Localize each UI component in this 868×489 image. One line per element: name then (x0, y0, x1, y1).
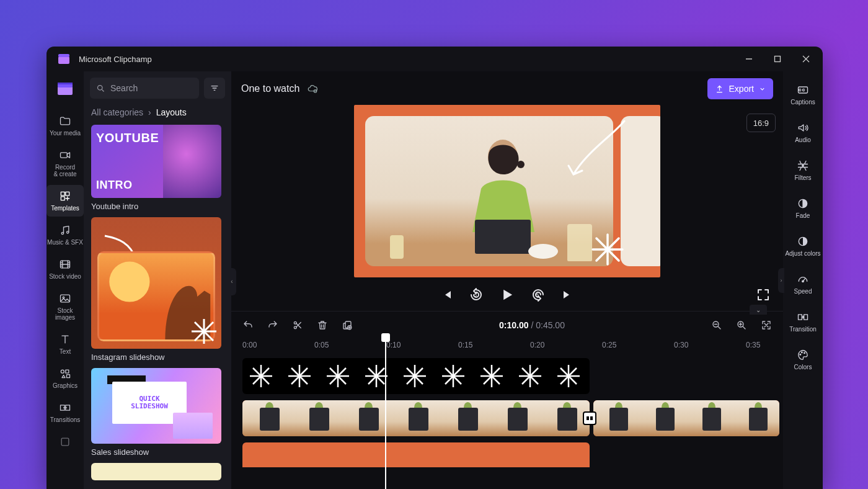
prop-label: Adjust colors (785, 250, 820, 257)
nav-label: Your media (50, 130, 81, 137)
skip-end-button[interactable] (560, 287, 575, 302)
image-icon (59, 292, 71, 305)
export-label: Export (729, 84, 754, 94)
expand-properties-button[interactable]: › (778, 268, 784, 293)
split-button[interactable] (292, 320, 303, 331)
nav-label: Text (60, 348, 71, 355)
template-label: Youtube intro (91, 202, 224, 211)
camera-icon (59, 149, 71, 161)
play-button[interactable] (498, 286, 516, 303)
prop-adjust-colors[interactable]: Adjust colors (783, 229, 823, 263)
adjust-icon (797, 235, 809, 248)
nav-label: Stock images (55, 307, 75, 321)
audio-icon (797, 122, 809, 134)
app-title: Microsoft Clipchamp (79, 55, 152, 64)
prop-colors[interactable]: Colors (783, 343, 823, 377)
prop-filters[interactable]: Filters (783, 153, 823, 187)
prop-transition[interactable]: Transition (783, 305, 823, 339)
close-button[interactable] (792, 47, 820, 71)
delete-button[interactable] (317, 320, 328, 331)
svg-point-23 (98, 85, 103, 90)
playhead[interactable] (381, 333, 390, 342)
prop-label: Audio (795, 137, 811, 143)
nav-stock-images[interactable]: Stock images (46, 287, 84, 326)
more-icon (59, 436, 71, 448)
skip-start-button[interactable] (439, 287, 454, 302)
prop-fade[interactable]: Fade (783, 191, 823, 225)
ruler-tick: 0:35 (746, 341, 760, 349)
nav-label: Record & create (53, 164, 76, 177)
svg-rect-22 (61, 438, 69, 446)
forward-5-button[interactable]: 5 (531, 287, 546, 302)
svg-line-48 (718, 326, 720, 329)
playhead-line (385, 338, 386, 489)
zoom-fit-button[interactable] (761, 320, 772, 331)
template-tile-text: QUICK SLIDESHOW (131, 395, 168, 410)
upload-icon (715, 84, 724, 94)
fade-icon (797, 197, 809, 210)
template-sales-slideshow[interactable]: QUICK SLIDESHOW Sales slideshow (91, 368, 224, 457)
svg-point-97 (800, 354, 801, 355)
ruler-tick: 0:20 (530, 341, 544, 349)
chevron-right-icon: › (148, 107, 151, 117)
playback-controls: 5 5 (354, 286, 660, 303)
rewind-5-button[interactable]: 5 (469, 287, 484, 302)
timeline-ruler[interactable]: 0:00 0:05 0:10 0:15 0:20 0:25 0:30 0:35 (231, 338, 783, 354)
zoom-in-button[interactable] (736, 320, 747, 331)
search-input[interactable]: Search (90, 78, 199, 99)
prop-speed[interactable]: Speed (783, 267, 823, 301)
nav-templates[interactable]: Templates (46, 185, 84, 217)
filter-button[interactable] (204, 78, 225, 99)
nav-music-sfx[interactable]: Music & SFX (46, 219, 84, 251)
minimize-button[interactable] (735, 47, 763, 71)
sparkle-icon (591, 233, 624, 266)
aspect-ratio-button[interactable]: 16:9 (746, 114, 776, 132)
ruler-tick: 0:05 (314, 341, 329, 349)
svg-rect-16 (61, 295, 70, 302)
nav-your-media[interactable]: Your media (46, 110, 84, 141)
breadcrumb-root[interactable]: All categories (91, 107, 143, 117)
nav-label: Music & SFX (47, 239, 83, 246)
track-audio-clip[interactable] (242, 442, 590, 467)
app-window: Microsoft Clipchamp Your media Record & … (46, 47, 823, 489)
svg-point-94 (802, 280, 804, 282)
svg-point-13 (61, 232, 63, 234)
template-instagram-slideshow[interactable]: Instagram slideshow (91, 217, 224, 362)
nav-graphics[interactable]: Graphics (46, 362, 84, 394)
search-icon (96, 84, 105, 93)
titlebar: Microsoft Clipchamp (46, 47, 823, 71)
svg-line-51 (743, 326, 745, 329)
redo-button[interactable] (267, 320, 278, 331)
zoom-out-button[interactable] (711, 320, 722, 331)
collapse-preview-button[interactable]: ⌄ (750, 305, 767, 315)
prop-label: Speed (794, 288, 812, 295)
duplicate-button[interactable] (342, 320, 353, 331)
export-button[interactable]: Export (707, 78, 773, 99)
graphics-icon (59, 367, 71, 380)
track-overlay-clip[interactable] (242, 358, 590, 394)
nav-label: Templates (51, 205, 79, 212)
fullscreen-button[interactable] (756, 287, 771, 302)
svg-rect-11 (66, 192, 69, 195)
speed-icon (797, 273, 809, 285)
nav-label: Graphics (53, 382, 78, 389)
clipchamp-logo-icon[interactable] (55, 79, 75, 99)
nav-transitions[interactable]: Transitions (46, 397, 84, 428)
nav-text[interactable]: Text (46, 328, 84, 360)
prop-captions[interactable]: Captions (783, 78, 823, 112)
nav-stock-video[interactable]: Stock video (46, 253, 84, 285)
preview-canvas[interactable] (354, 105, 660, 277)
track-video-clip-2[interactable] (593, 400, 779, 436)
template-youtube-intro[interactable]: YOUTUBEINTRO Youtube intro (91, 125, 224, 211)
nav-record-create[interactable]: Record & create (46, 144, 84, 182)
template-item[interactable] (91, 463, 224, 480)
cloud-sync-icon[interactable] (307, 83, 318, 94)
nav-more[interactable] (46, 431, 84, 453)
app-icon (56, 52, 71, 66)
track-video-clip-1[interactable] (242, 400, 590, 436)
transition-marker[interactable] (583, 411, 596, 425)
project-title[interactable]: One to watch (241, 83, 299, 94)
maximize-button[interactable] (763, 47, 792, 71)
prop-audio[interactable]: Audio (783, 115, 823, 150)
undo-button[interactable] (242, 320, 254, 331)
